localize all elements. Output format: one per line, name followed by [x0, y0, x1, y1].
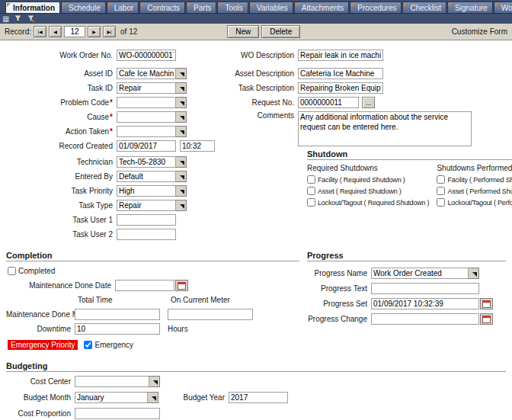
action-taken-input[interactable] — [117, 126, 176, 137]
task-description-input[interactable] — [298, 82, 383, 94]
record-created-date-input[interactable] — [117, 140, 176, 152]
field-cause: Cause* — [6, 111, 231, 123]
entered-by-dropdown-button[interactable] — [176, 171, 187, 182]
task-type-input[interactable] — [117, 200, 176, 211]
field-comments: Comments Any additional information abou… — [231, 111, 512, 146]
tab-workflow[interactable]: Workflow — [494, 2, 512, 13]
record-created-time-input[interactable] — [180, 140, 215, 152]
budgeting-section: Budgeting Cost Center Budget Month Budge… — [6, 361, 506, 419]
asset-required-shutdown-checkbox[interactable]: Asset ( Required Shutdown ) — [307, 187, 429, 195]
tab-tools[interactable]: Tools — [217, 2, 248, 13]
task-priority-dropdown-button[interactable] — [176, 185, 187, 197]
grid-icon[interactable]: ▦ — [2, 15, 9, 23]
tab-contracts[interactable]: Contracts — [139, 2, 185, 13]
tab-procedures[interactable]: Procedures — [350, 2, 402, 13]
entered-by-input[interactable] — [117, 171, 176, 182]
checkbox[interactable] — [437, 198, 445, 207]
maintenance-done-meter-total-input[interactable] — [75, 309, 160, 320]
progress-name-dropdown-button[interactable] — [469, 268, 479, 279]
asset-id-label: Asset ID — [6, 69, 117, 78]
progress-set-calendar-button[interactable] — [480, 298, 493, 309]
progress-change-calendar-button[interactable] — [480, 313, 493, 325]
problem-code-input[interactable] — [117, 97, 176, 108]
task-priority-input[interactable] — [117, 185, 176, 197]
facility-required-shutdown-checkbox[interactable]: Facility ( Required Shutdown ) — [307, 175, 429, 184]
budget-month-dropdown-button[interactable] — [148, 392, 158, 403]
checkbox[interactable] — [84, 341, 92, 349]
budget-month-input[interactable] — [75, 392, 148, 403]
first-record-button[interactable]: |◀ — [34, 26, 46, 37]
filter-icon[interactable] — [14, 14, 22, 23]
maintenance-done-date-calendar-button[interactable] — [175, 280, 188, 291]
field-task-description: Task Description — [231, 82, 512, 94]
checkbox[interactable] — [307, 198, 315, 207]
maintenance-done-date-input[interactable] — [115, 280, 174, 291]
emergency-checkbox[interactable]: Emergency — [84, 341, 133, 349]
asset-performed-shutdown-checkbox[interactable]: Asset ( Performed Shutdown ) — [437, 187, 512, 195]
wo-description-input[interactable] — [298, 50, 383, 61]
task-user-1-input[interactable] — [117, 214, 176, 226]
downtime-input[interactable] — [75, 323, 160, 335]
record-label: Record: — [5, 27, 31, 36]
task-id-dropdown-button[interactable] — [176, 82, 187, 94]
technician-dropdown-button[interactable] — [176, 156, 187, 168]
tab-schedule[interactable]: Schedule — [61, 2, 106, 13]
budget-year-label: Budget Year — [175, 393, 229, 402]
form-body: Work Order No. Asset ID Task ID Problem … — [0, 40, 512, 420]
task-user-2-input[interactable] — [117, 229, 176, 240]
lockout-tagout-required-shutdown-checkbox[interactable]: Lockout/Tagout ( Required Shutdown ) — [307, 198, 429, 207]
task-type-label: Task Type — [6, 201, 117, 210]
checkbox[interactable] — [307, 175, 315, 184]
checkbox[interactable] — [437, 175, 445, 184]
request-no-input[interactable] — [298, 97, 359, 108]
dropdown-arrow-icon — [180, 130, 184, 135]
facility-performed-shutdown-checkbox[interactable]: Facility ( Performed Shutdown ) — [437, 175, 512, 184]
asset-id-dropdown-button[interactable] — [176, 68, 187, 79]
asset-id-input[interactable] — [117, 68, 176, 79]
dropdown-arrow-icon — [472, 272, 477, 277]
asset-description-input[interactable] — [298, 68, 383, 79]
task-id-input[interactable] — [117, 82, 176, 94]
problem-code-dropdown-button[interactable] — [176, 97, 187, 108]
progress-set-input[interactable] — [371, 298, 479, 309]
record-number-input[interactable] — [64, 26, 85, 37]
tab-variables[interactable]: Variables — [249, 2, 293, 13]
task-type-dropdown-button[interactable] — [176, 200, 187, 211]
checkbox[interactable] — [8, 267, 16, 275]
tab-signature[interactable]: Signature — [447, 2, 493, 13]
lockout-tagout-performed-shutdown-checkbox[interactable]: Lockout/Tagout ( Performed Shutdown ) — [437, 198, 512, 207]
progress-change-input[interactable] — [371, 313, 479, 325]
delete-button[interactable]: Delete — [261, 25, 300, 38]
tab-parts[interactable]: Parts — [186, 2, 216, 13]
cost-proportion-input[interactable] — [75, 408, 160, 419]
cause-label: Cause* — [6, 113, 117, 121]
work-order-no-input[interactable] — [117, 50, 176, 61]
completed-checkbox[interactable]: Completed — [8, 267, 55, 275]
action-taken-dropdown-button[interactable] — [176, 126, 187, 137]
checkbox[interactable] — [437, 187, 445, 195]
cause-input[interactable] — [117, 111, 176, 123]
filter-edit-icon[interactable] — [27, 14, 35, 23]
next-record-button[interactable]: ▶ — [88, 26, 101, 37]
checkbox[interactable] — [307, 187, 315, 195]
budget-year-input[interactable] — [229, 392, 288, 403]
cost-center-dropdown-button[interactable] — [149, 376, 160, 387]
dropdown-arrow-icon — [180, 175, 184, 180]
tab-labor[interactable]: Labor — [107, 2, 139, 13]
cause-dropdown-button[interactable] — [176, 111, 187, 123]
progress-text-input[interactable] — [371, 283, 479, 294]
tab-information[interactable]: Information — [5, 2, 60, 13]
technician-input[interactable] — [117, 156, 176, 168]
cost-center-input[interactable] — [75, 376, 149, 387]
customize-form-link[interactable]: Customize Form — [452, 27, 507, 36]
previous-record-button[interactable]: ◀ — [49, 26, 62, 37]
maintenance-done-meter-current-input[interactable] — [168, 309, 253, 320]
comments-textarea[interactable]: Any additional information about the ser… — [298, 111, 472, 146]
tab-attachments[interactable]: Attachments — [294, 2, 350, 13]
dropdown-arrow-icon — [180, 87, 184, 91]
last-record-button[interactable]: ▶| — [103, 26, 116, 37]
progress-name-input[interactable] — [371, 268, 469, 279]
request-no-browse-button[interactable]: ... — [362, 97, 375, 108]
new-button[interactable]: New — [227, 25, 259, 38]
tab-checklist[interactable]: Checklist — [402, 2, 446, 13]
